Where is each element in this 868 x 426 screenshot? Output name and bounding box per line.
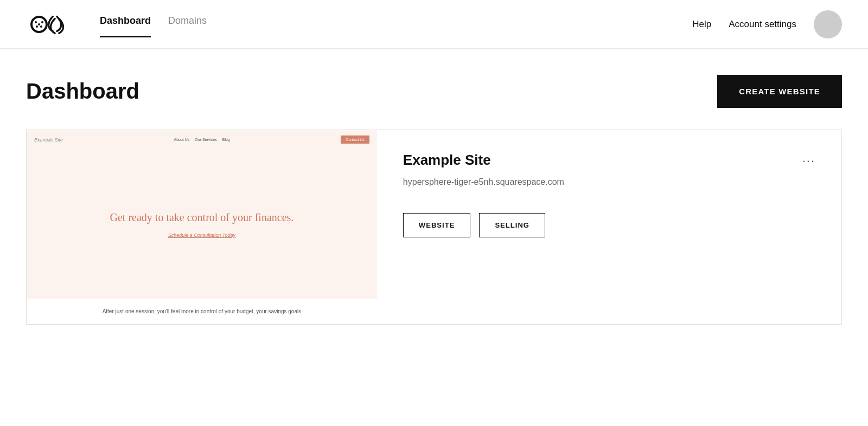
website-button[interactable]: WEBSITE	[403, 213, 471, 237]
squarespace-logo[interactable]	[43, 11, 69, 37]
preview-cta: Schedule a Consultation Today	[168, 233, 235, 238]
site-actions: WEBSITE SELLING	[403, 213, 815, 237]
preview-body: Get ready to take control of your financ…	[27, 149, 377, 299]
main-nav: Dashboard Domains	[91, 11, 215, 37]
header: Dashboard Domains Help Account settings	[0, 0, 868, 49]
preview-contact-button: Contact Us	[341, 135, 369, 144]
preview-site-name: Example Site	[34, 137, 63, 143]
account-settings-link[interactable]: Account settings	[729, 19, 796, 30]
header-right: Help Account settings	[692, 10, 842, 38]
selling-button[interactable]: SELLING	[479, 213, 545, 237]
site-url: hypersphere-tiger-e5nh.squarespace.com	[403, 177, 815, 187]
preview-nav-links: About Us Our Services Blog	[174, 138, 229, 141]
preview-headline: Get ready to take control of your financ…	[110, 210, 294, 225]
user-avatar[interactable]	[814, 10, 842, 38]
page-title: Dashboard	[26, 79, 139, 104]
site-info: Example Site ··· hypersphere-tiger-e5nh.…	[377, 130, 841, 324]
preview-nav-blog: Blog	[222, 138, 230, 141]
preview-footer-text: After just one session, you'll feel more…	[27, 299, 377, 324]
site-name: Example Site	[403, 152, 491, 169]
nav-domains[interactable]: Domains	[159, 15, 215, 37]
dashboard-header: Dashboard CREATE WEBSITE	[26, 75, 842, 108]
header-left: Dashboard Domains	[26, 11, 692, 37]
preview-nav-services: Our Services	[195, 138, 216, 141]
main-content: Dashboard CREATE WEBSITE Example Site Ab…	[0, 49, 868, 351]
nav-dashboard[interactable]: Dashboard	[91, 15, 159, 37]
preview-nav: Example Site About Us Our Services Blog …	[27, 130, 377, 149]
more-options-button[interactable]: ···	[802, 154, 815, 168]
help-link[interactable]: Help	[692, 19, 711, 30]
site-preview: Example Site About Us Our Services Blog …	[27, 130, 377, 324]
preview-nav-about: About Us	[174, 138, 189, 141]
site-card: Example Site About Us Our Services Blog …	[26, 130, 842, 325]
site-info-header: Example Site ···	[403, 152, 815, 169]
create-website-button[interactable]: CREATE WEBSITE	[717, 75, 842, 108]
